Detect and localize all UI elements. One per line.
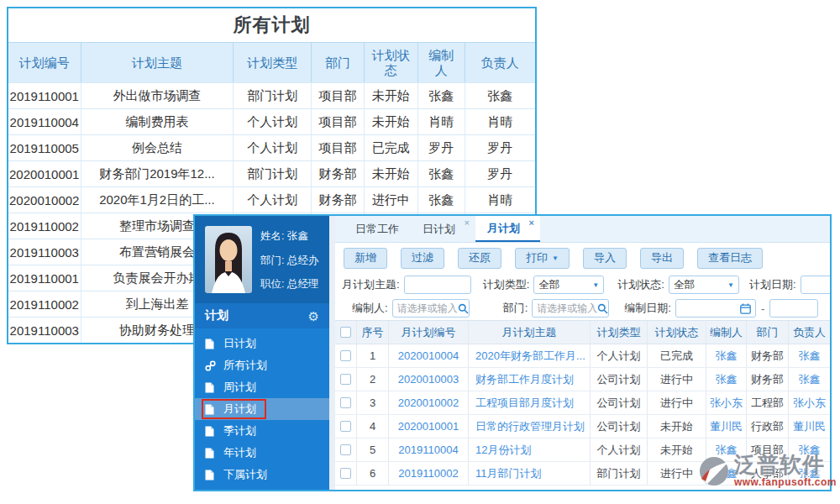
toolbar-button[interactable]: 还原 [458, 248, 501, 269]
plan-subject-link[interactable]: 12月份计划 [469, 438, 591, 461]
button-label: 打印 [526, 250, 548, 265]
row-checkbox[interactable] [340, 444, 351, 455]
owner-link[interactable]: 张鑫 [789, 344, 830, 367]
plan-code-link[interactable]: 2020010003 [389, 368, 469, 391]
plan-subject-link[interactable]: 2020年财务部工作月... [469, 344, 591, 367]
file-icon [205, 404, 217, 415]
table-cell: 个人计划 [234, 109, 312, 134]
owner-link[interactable]: 张小东 [789, 391, 830, 414]
text-input[interactable] [801, 276, 831, 294]
creator-link[interactable]: 张鑫 [706, 368, 747, 391]
table-cell: 个人计划 [234, 135, 312, 160]
close-icon[interactable]: × [465, 218, 470, 228]
creator-link[interactable]: 董川民 [706, 415, 747, 438]
main-panel: 日常工作日计划×月计划× 新增过滤还原打印▼导入导出查看日志 月计划主题:计划类… [329, 216, 830, 490]
table-row: 120200100042020年财务部工作月...个人计划已完成张鑫财务部张鑫 [335, 344, 830, 368]
creator-link[interactable]: 张鑫 [706, 344, 747, 367]
creator-link[interactable]: 张小东 [706, 391, 747, 414]
table-cell: 2019110001 [8, 83, 81, 108]
table-cell: 2019110005 [8, 135, 81, 160]
sidebar-item-2[interactable]: 周计划 [195, 376, 329, 398]
select-all-checkbox[interactable] [340, 327, 351, 338]
select-input[interactable]: 全部▼ [533, 276, 604, 294]
button-label: 还原 [469, 250, 491, 265]
owner-link[interactable]: 张鑫 [789, 368, 830, 391]
toolbar-button[interactable]: 导出 [640, 248, 684, 269]
plan-code-link[interactable]: 2020010001 [389, 415, 469, 438]
select-input[interactable]: 全部▼ [669, 276, 739, 294]
close-icon[interactable]: × [529, 218, 534, 228]
file-icon [205, 339, 217, 349]
column-header: 计划类型 [591, 321, 648, 344]
table-row[interactable]: 2019110001外出做市场调查部门计划项目部未开始张鑫张鑫 [8, 82, 535, 108]
date-input[interactable] [675, 299, 756, 318]
search-icon[interactable] [458, 303, 469, 314]
filter-item: 编制人:请选择或输入 [352, 299, 470, 318]
row-checkbox[interactable] [340, 421, 351, 432]
column-header: 计划状态 [365, 43, 418, 82]
cell-department: 工程部 [747, 391, 789, 414]
row-checkbox[interactable] [340, 350, 351, 361]
tab-label: 月计划 [487, 221, 520, 236]
cell-plan-type: 公司计划 [591, 391, 648, 414]
user-field: 姓名: 张鑫 [260, 229, 318, 244]
gear-icon[interactable]: ⚙ [308, 310, 319, 323]
sidebar-item-1[interactable]: 所有计划 [195, 354, 329, 376]
watermark: 泛普软件 www.fanpusoft.com [697, 454, 837, 488]
sidebar-item-4[interactable]: 季计划 [195, 420, 329, 442]
table-cell: 已完成 [365, 135, 418, 160]
caret-down-icon: ▼ [552, 255, 559, 262]
plan-subject-link[interactable]: 11月部门计划 [469, 462, 591, 485]
text-input[interactable] [769, 299, 818, 318]
table-row[interactable]: 2019110004编制费用表个人计划项目部未开始肖晴肖晴 [8, 108, 535, 134]
table-row: 22020010003财务部工作月度计划公司计划进行中张鑫财务部张鑫 [335, 368, 830, 391]
sidebar-item-5[interactable]: 年计划 [195, 442, 329, 464]
tab-0[interactable]: 日常工作 [344, 216, 411, 242]
plan-subject-link[interactable]: 日常的行政管理月计划 [469, 415, 591, 438]
tab-1[interactable]: 日计划× [411, 216, 475, 242]
table-cell: 2019110002 [8, 291, 81, 317]
toolbar-button[interactable]: 打印▼ [515, 248, 570, 269]
toolbar-button[interactable]: 新增 [344, 248, 387, 269]
tab-2[interactable]: 月计划× [475, 216, 540, 242]
toolbar-button[interactable]: 查看日志 [697, 248, 763, 269]
user-field: 职位: 总经理 [260, 277, 318, 291]
search-input[interactable]: 请选择或输入 [532, 299, 609, 318]
toolbar-button[interactable]: 导入 [583, 248, 627, 269]
sidebar-item-3[interactable]: 月计划 [195, 398, 329, 420]
cell-no: 5 [357, 438, 389, 461]
plan-code-link[interactable]: 2020010004 [389, 344, 469, 367]
table-row[interactable]: 2019110005例会总结个人计划项目部已完成罗丹罗丹 [8, 134, 535, 160]
sidebar-item-label: 周计划 [223, 380, 256, 395]
table-cell: 例会总结 [81, 135, 234, 160]
file-icon [205, 448, 217, 459]
table-cell: 肖晴 [465, 109, 535, 134]
sidebar-item-6[interactable]: 下属计划 [195, 464, 329, 486]
owner-link[interactable]: 董川民 [789, 415, 830, 438]
button-label: 过滤 [412, 250, 433, 265]
plan-subject-link[interactable]: 财务部工作月度计划 [469, 368, 591, 391]
text-input[interactable] [404, 276, 471, 294]
plan-subject-link[interactable]: 工程项目部月度计划 [469, 391, 591, 414]
plan-code-link[interactable]: 2020010002 [389, 391, 469, 414]
row-checkbox[interactable] [340, 468, 351, 479]
cell-checkbox [335, 368, 357, 391]
filter-item: 计划状态:全部▼ [617, 276, 739, 294]
search-icon[interactable] [597, 303, 608, 314]
annotation-box: 月计划 [202, 399, 266, 419]
plan-code-link[interactable]: 2019110004 [389, 438, 469, 461]
calendar-icon[interactable] [740, 303, 751, 314]
table-cell: 肖晴 [465, 187, 535, 213]
cell-checkbox [335, 344, 357, 367]
tab-label: 日计划 [423, 222, 455, 237]
search-input[interactable]: 请选择或输入 [392, 299, 470, 318]
toolbar-button[interactable]: 过滤 [401, 248, 444, 269]
row-checkbox[interactable] [340, 397, 351, 408]
row-checkbox[interactable] [340, 374, 351, 385]
table-row[interactable]: 2020010001财务部门2019年12...部门计划财务部未开始张鑫罗丹 [8, 160, 535, 186]
plan-code-link[interactable]: 2019110002 [389, 462, 469, 485]
sidebar-item-0[interactable]: 日计划 [195, 333, 329, 354]
sidebar-item-label: 所有计划 [223, 358, 267, 373]
cell-plan-status: 未开始 [648, 415, 706, 438]
table-row[interactable]: 20200100022020年1月2日的工...个人计划财务部进行中张鑫肖晴 [8, 186, 535, 213]
